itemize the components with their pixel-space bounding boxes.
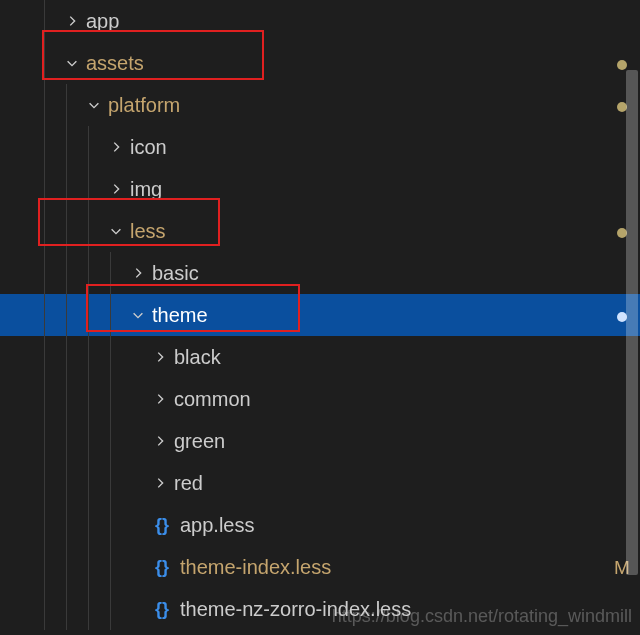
- tree-item-label: app: [86, 10, 604, 33]
- tree-item-label: less: [130, 220, 604, 243]
- chevron-right-icon[interactable]: [152, 349, 168, 365]
- tree-file[interactable]: {}app.less: [0, 504, 640, 546]
- tree-folder[interactable]: common: [0, 378, 640, 420]
- tree-item-label: red: [174, 472, 604, 495]
- file-explorer-tree: appassetsplatformiconimglessbasicthemebl…: [0, 0, 640, 630]
- tree-item-label: theme-index.less: [180, 556, 604, 579]
- tree-file[interactable]: {}theme-nz-zorro-index.less: [0, 588, 640, 630]
- chevron-down-icon[interactable]: [108, 223, 124, 239]
- chevron-right-icon[interactable]: [152, 433, 168, 449]
- scrollbar[interactable]: [626, 70, 638, 575]
- tree-folder[interactable]: img: [0, 168, 640, 210]
- tree-folder[interactable]: less: [0, 210, 640, 252]
- chevron-down-icon[interactable]: [86, 97, 102, 113]
- chevron-right-icon[interactable]: [152, 475, 168, 491]
- tree-folder[interactable]: app: [0, 0, 640, 42]
- tree-folder[interactable]: theme: [0, 294, 640, 336]
- chevron-right-icon[interactable]: [64, 13, 80, 29]
- tree-item-label: basic: [152, 262, 604, 285]
- less-file-icon: {}: [152, 515, 172, 535]
- tree-item-label: green: [174, 430, 604, 453]
- chevron-down-icon[interactable]: [130, 307, 146, 323]
- tree-item-label: img: [130, 178, 604, 201]
- tree-item-label: icon: [130, 136, 604, 159]
- tree-item-label: common: [174, 388, 604, 411]
- chevron-right-icon[interactable]: [130, 265, 146, 281]
- chevron-right-icon[interactable]: [108, 139, 124, 155]
- tree-folder[interactable]: assets: [0, 42, 640, 84]
- tree-folder[interactable]: basic: [0, 252, 640, 294]
- tree-folder[interactable]: green: [0, 420, 640, 462]
- tree-item-label: theme-nz-zorro-index.less: [180, 598, 604, 621]
- tree-folder[interactable]: black: [0, 336, 640, 378]
- less-file-icon: {}: [152, 557, 172, 577]
- less-file-icon: {}: [152, 599, 172, 619]
- tree-folder[interactable]: red: [0, 462, 640, 504]
- chevron-right-icon[interactable]: [108, 181, 124, 197]
- tree-item-label: platform: [108, 94, 604, 117]
- tree-item-label: assets: [86, 52, 604, 75]
- tree-folder[interactable]: platform: [0, 84, 640, 126]
- chevron-down-icon[interactable]: [64, 55, 80, 71]
- tree-file[interactable]: {}theme-index.lessM: [0, 546, 640, 588]
- tree-item-label: theme: [152, 304, 604, 327]
- tree-folder[interactable]: icon: [0, 126, 640, 168]
- tree-item-label: app.less: [180, 514, 604, 537]
- tree-item-label: black: [174, 346, 604, 369]
- chevron-right-icon[interactable]: [152, 391, 168, 407]
